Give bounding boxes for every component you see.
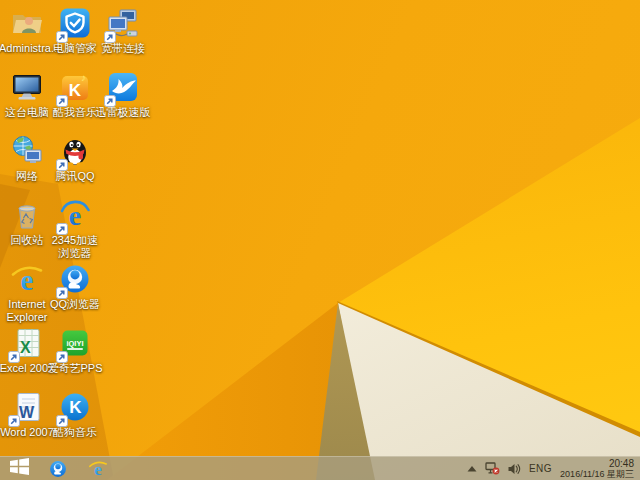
- shortcut-arrow-icon: [56, 221, 68, 233]
- desktop-icon-xunlei[interactable]: 迅雷极速版: [100, 70, 146, 119]
- clock[interactable]: 20:48 2016/11/16 星期三: [560, 458, 634, 479]
- windows-desktop: Administra...电脑管家宽带连接这台电脑K♪酷我音乐迅雷极速版网络腾讯…: [0, 0, 640, 480]
- taskbar-button-qq-browser[interactable]: [38, 457, 78, 480]
- shortcut-arrow-icon: [56, 413, 68, 425]
- svg-text:iQIYI: iQIYI: [66, 339, 83, 348]
- 2345-browser-icon: e: [58, 198, 92, 232]
- svg-text:X: X: [20, 339, 31, 356]
- start-button[interactable]: [0, 457, 38, 480]
- icon-label: 宽带连接: [95, 42, 151, 55]
- qq-browser-icon: [58, 262, 92, 296]
- desktop-icon-broadband[interactable]: 宽带连接: [100, 6, 146, 55]
- desktop-icon-excel-2007[interactable]: XExcel 2007: [4, 326, 50, 375]
- desktop-icon-recycle-bin[interactable]: 回收站: [4, 198, 50, 247]
- svg-text:W: W: [19, 404, 35, 421]
- icon-label: 迅雷极速版: [95, 106, 151, 119]
- icon-label: QQ浏览器: [47, 298, 103, 311]
- shortcut-arrow-icon: [104, 93, 116, 105]
- windows-start-logo-icon: [9, 457, 30, 480]
- svg-text:♪: ♪: [81, 72, 86, 83]
- show-hidden-icons-chevron-icon[interactable]: [467, 466, 477, 472]
- language-indicator[interactable]: ENG: [529, 463, 552, 474]
- shortcut-arrow-icon: [56, 157, 68, 169]
- shortcut-arrow-icon: [56, 349, 68, 361]
- internet-explorer-icon: e: [10, 262, 44, 296]
- network-disconnected-icon[interactable]: [485, 462, 500, 475]
- desktop-icon-administrator[interactable]: Administra...: [4, 6, 50, 55]
- desktop-icon-network[interactable]: 网络: [4, 134, 50, 183]
- shortcut-arrow-icon: [104, 29, 116, 41]
- shortcut-arrow-icon: [8, 349, 20, 361]
- desktop-icon-internet-explorer[interactable]: eInternet Explorer: [4, 262, 50, 324]
- xunlei-icon: [106, 70, 140, 104]
- taskbar: e ENG 20:48: [0, 456, 640, 480]
- clock-time: 20:48: [560, 459, 634, 469]
- pc-manager-icon: [58, 6, 92, 40]
- shortcut-arrow-icon: [8, 413, 20, 425]
- this-pc-icon: [10, 70, 44, 104]
- svg-text:K: K: [69, 81, 82, 100]
- svg-text:K: K: [69, 398, 82, 417]
- desktop-icon-qq-browser[interactable]: QQ浏览器: [52, 262, 98, 311]
- desktop-icon-kuwo-music[interactable]: K♪酷我音乐: [52, 70, 98, 119]
- internet-explorer-icon: e: [88, 459, 108, 479]
- svg-text:e: e: [69, 200, 81, 231]
- taskbar-button-internet-explorer[interactable]: e: [78, 457, 118, 480]
- tencent-qq-icon: [58, 134, 92, 168]
- excel-2007-icon: X: [10, 326, 44, 360]
- qq-browser-icon: [48, 459, 68, 479]
- system-tray: ENG 20:48 2016/11/16 星期三: [467, 457, 640, 480]
- desktop-icon-tencent-qq[interactable]: 腾讯QQ: [52, 134, 98, 183]
- clock-date: 2016/11/16 星期三: [560, 469, 634, 479]
- iqiyi-pps-icon: iQIYI: [58, 326, 92, 360]
- volume-speaker-icon[interactable]: [508, 463, 521, 475]
- broadband-icon: [106, 6, 140, 40]
- shortcut-arrow-icon: [56, 29, 68, 41]
- desktop-icon-2345-browser[interactable]: e2345加速浏览器: [52, 198, 98, 260]
- kugou-music-icon: K: [58, 390, 92, 424]
- desktop-icon-iqiyi-pps[interactable]: iQIYI爱奇艺PPS: [52, 326, 98, 375]
- desktop-icon-pc-manager[interactable]: 电脑管家: [52, 6, 98, 55]
- icon-label: 酷狗音乐: [47, 426, 103, 439]
- shortcut-arrow-icon: [56, 285, 68, 297]
- network-icon: [10, 134, 44, 168]
- recycle-bin-icon: [10, 198, 44, 232]
- administrator-icon: [10, 6, 44, 40]
- desktop-icon-word-2007[interactable]: WWord 2007: [4, 390, 50, 439]
- desktop-icon-kugou-music[interactable]: K酷狗音乐: [52, 390, 98, 439]
- word-2007-icon: W: [10, 390, 44, 424]
- icon-label: 爱奇艺PPS: [47, 362, 103, 375]
- kuwo-music-icon: K♪: [58, 70, 92, 104]
- icon-label: 2345加速浏览器: [47, 234, 103, 260]
- icon-label: 腾讯QQ: [47, 170, 103, 183]
- taskbar-pinned-apps: e: [38, 457, 118, 480]
- shortcut-arrow-icon: [56, 93, 68, 105]
- desktop-icon-this-pc[interactable]: 这台电脑: [4, 70, 50, 119]
